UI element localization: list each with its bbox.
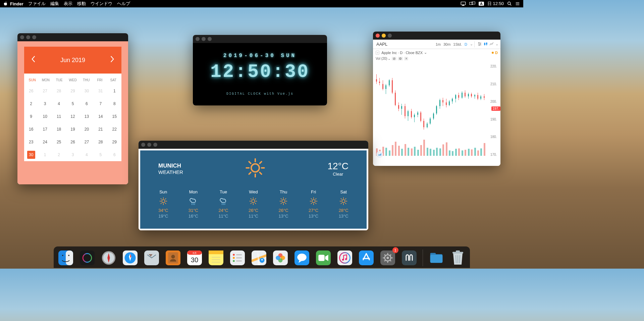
calendar-day[interactable]: 10 — [38, 110, 52, 123]
calendar-day[interactable]: 29 — [66, 85, 79, 97]
dock-appstore[interactable] — [357, 248, 376, 267]
stock-symbol[interactable]: AAPL — [375, 42, 387, 47]
calendar-day[interactable]: 25 — [52, 136, 66, 148]
dock-notes[interactable] — [207, 248, 225, 267]
notification-center-icon[interactable] — [515, 1, 520, 6]
chevron-down-icon[interactable]: ⌄ — [495, 42, 498, 46]
close-button[interactable] — [376, 34, 380, 38]
close-button[interactable] — [196, 37, 200, 41]
chevron-down-icon[interactable]: ⌄ — [388, 57, 390, 60]
calendar-day[interactable]: 16 — [24, 123, 38, 136]
dock-photos[interactable] — [271, 248, 290, 267]
prev-month-button[interactable] — [31, 55, 36, 65]
dock-contacts[interactable] — [164, 248, 182, 267]
calendar-day[interactable]: 14 — [94, 110, 107, 123]
weather-titlebar[interactable] — [139, 141, 368, 149]
next-month-button[interactable] — [110, 55, 115, 65]
dock-siri[interactable] — [78, 248, 97, 267]
line-style-icon[interactable] — [489, 42, 494, 47]
calendar-day[interactable]: 22 — [108, 123, 121, 136]
calendar-day[interactable]: 27 — [80, 136, 94, 148]
calendar-day[interactable]: 3 — [38, 97, 52, 110]
minimize-button[interactable] — [382, 34, 386, 38]
menu-file[interactable]: ファイル — [28, 1, 46, 7]
chart-logo-icon[interactable] — [376, 151, 383, 158]
input-mode-badge[interactable]: A — [479, 2, 484, 6]
stock-titlebar[interactable] — [373, 32, 500, 40]
calendar-day[interactable]: 28 — [52, 85, 66, 97]
dock-reminders[interactable] — [228, 248, 247, 267]
calendar-day[interactable]: 19 — [66, 123, 79, 136]
calendar-day[interactable]: 1 — [108, 85, 121, 97]
minimize-button[interactable] — [147, 143, 151, 147]
calendar-day[interactable]: 20 — [80, 123, 94, 136]
menu-help[interactable]: ヘルプ — [117, 1, 130, 7]
calendar-day[interactable]: 21 — [94, 123, 107, 136]
clock-titlebar[interactable] — [193, 35, 327, 43]
dock-messages[interactable] — [292, 248, 311, 267]
calendar-day[interactable]: 7 — [94, 97, 107, 110]
zoom-button[interactable] — [208, 37, 212, 41]
airplay-icon[interactable] — [461, 1, 466, 6]
zoom-button[interactable] — [388, 34, 392, 38]
dock-finder[interactable] — [56, 248, 75, 267]
dock-itunes[interactable] — [335, 248, 354, 267]
dock-safari[interactable] — [121, 248, 140, 267]
calendar-day[interactable]: 17 — [38, 123, 52, 136]
calendar-day[interactable]: 30 — [24, 148, 38, 161]
menu-edit[interactable]: 編集 — [50, 1, 59, 7]
calendar-day[interactable]: 1 — [38, 148, 52, 161]
calendar-day[interactable]: 5 — [94, 148, 107, 161]
timeframe-d[interactable]: D — [465, 42, 467, 46]
menu-go[interactable]: 移動 — [77, 1, 86, 7]
calendar-day[interactable]: 18 — [52, 123, 66, 136]
calendar-day[interactable]: 4 — [80, 148, 94, 161]
timeframe-1m[interactable]: 1m — [436, 42, 441, 46]
zoom-button[interactable] — [32, 35, 36, 39]
menu-window[interactable]: ウインドウ — [91, 1, 112, 7]
menubar-clock[interactable]: 日 12:50 — [487, 1, 504, 7]
indicators-icon[interactable] — [477, 42, 482, 47]
spotlight-icon[interactable] — [507, 1, 512, 6]
vol-hide-icon[interactable]: ⊘ — [392, 57, 396, 60]
minimize-button[interactable] — [26, 35, 30, 39]
calendar-day[interactable]: 4 — [52, 97, 66, 110]
close-button[interactable] — [141, 143, 145, 147]
timeframe-1h[interactable]: 1Std. — [453, 42, 462, 46]
calendar-day[interactable]: 3 — [66, 148, 79, 161]
timeframe-30m[interactable]: 30m — [443, 42, 450, 46]
calendar-day[interactable]: 24 — [38, 136, 52, 148]
calendar-day[interactable]: 28 — [94, 136, 107, 148]
calendar-day[interactable]: 31 — [94, 85, 107, 97]
chevron-down-icon[interactable]: ⌄ — [470, 42, 473, 46]
dock-mail[interactable] — [142, 248, 161, 267]
vol-settings-icon[interactable]: ⚙ — [398, 57, 403, 60]
calendar-day[interactable]: 29 — [108, 136, 121, 148]
calendar-day[interactable]: 27 — [38, 85, 52, 97]
calendar-day[interactable]: 8 — [108, 97, 121, 110]
calendar-day[interactable]: 30 — [80, 85, 94, 97]
stock-chart[interactable]: 220.210.200.190.180.170.197. — [373, 62, 500, 159]
dock-trash[interactable] — [448, 248, 467, 267]
calendar-day[interactable]: 15 — [108, 110, 121, 123]
dock-launchpad[interactable] — [99, 248, 118, 267]
minimize-button[interactable] — [202, 37, 206, 41]
calendar-titlebar[interactable] — [17, 33, 128, 41]
chevron-down-icon[interactable]: ⌄ — [424, 50, 427, 55]
dock-app-custom[interactable] — [400, 248, 419, 267]
dock-preferences[interactable]: 1 — [378, 248, 397, 267]
calendar-day[interactable]: 23 — [24, 136, 38, 148]
calendar-day[interactable]: 6 — [80, 97, 94, 110]
dock-downloads[interactable] — [427, 248, 446, 267]
calendar-day[interactable]: 2 — [52, 148, 66, 161]
apple-menu-icon[interactable] — [3, 1, 8, 6]
calendar-day[interactable]: 13 — [80, 110, 94, 123]
zoom-button[interactable] — [153, 143, 157, 147]
close-button[interactable] — [20, 35, 24, 39]
menu-view[interactable]: 表示 — [64, 1, 72, 7]
calendar-day[interactable]: 6 — [108, 148, 121, 161]
calendar-day[interactable]: 11 — [52, 110, 66, 123]
dock-calendar[interactable]: 6月30 — [185, 248, 204, 267]
calendar-day[interactable]: 12 — [66, 110, 79, 123]
dock-maps[interactable] — [250, 248, 268, 267]
